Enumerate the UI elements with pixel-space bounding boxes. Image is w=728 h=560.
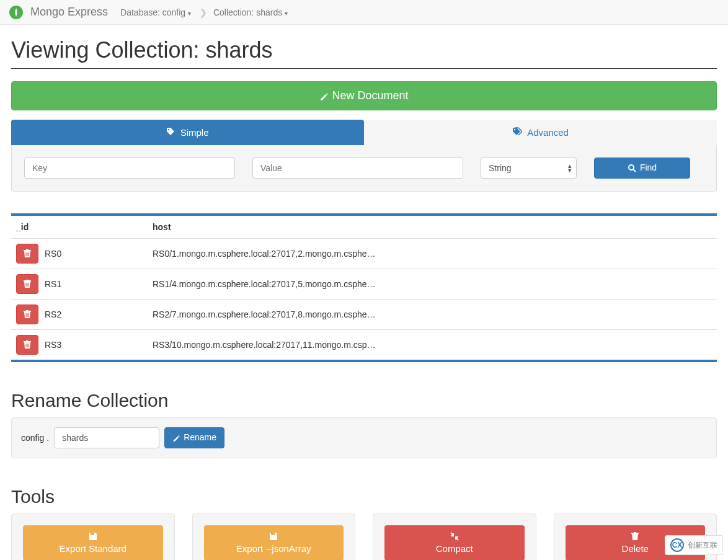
chevron-right-icon: ❯ bbox=[200, 7, 207, 17]
search-type-select[interactable] bbox=[481, 158, 577, 179]
cell-host: RS1/4.mongo.m.csphere.local:27017,5.mong… bbox=[148, 269, 717, 300]
export-standard-button[interactable]: Export Standard bbox=[23, 525, 163, 560]
search-icon bbox=[628, 164, 636, 172]
trash-icon bbox=[24, 249, 31, 258]
table-row[interactable]: RS1 RS1/4.mongo.m.csphere.local:27017,5.… bbox=[11, 269, 717, 300]
caret-down-icon: ▾ bbox=[285, 10, 288, 17]
new-document-label: New Document bbox=[332, 88, 408, 104]
records-table: _id host RS0 RS0/1.mongo.m.csphere.local… bbox=[11, 216, 717, 360]
tool-card: Export Standard bbox=[11, 513, 175, 560]
breadcrumb: Database: config▾ ❯ Collection: shards▾ bbox=[120, 7, 290, 17]
tools-title: Tools bbox=[11, 486, 717, 507]
delete-row-button[interactable] bbox=[16, 244, 38, 264]
find-button[interactable]: Find bbox=[594, 158, 690, 179]
rename-title: Rename Collection bbox=[11, 390, 717, 411]
brand-link[interactable]: Mongo Express bbox=[30, 6, 108, 19]
svg-point-0 bbox=[168, 129, 169, 130]
save-icon bbox=[269, 532, 278, 541]
cell-id: RS0 bbox=[45, 249, 61, 259]
cell-host: RS0/1.mongo.m.csphere.local:27017,2.mong… bbox=[148, 239, 717, 269]
tab-simple[interactable]: Simple bbox=[11, 120, 364, 145]
breadcrumb-collection[interactable]: Collection: shards bbox=[213, 7, 282, 17]
watermark-logo-icon: CX bbox=[670, 538, 684, 552]
save-icon bbox=[89, 532, 97, 541]
svg-point-2 bbox=[629, 165, 634, 170]
rename-input[interactable] bbox=[54, 427, 159, 448]
watermark-text: 创新互联 bbox=[688, 540, 717, 551]
cell-host: RS2/7.mongo.m.csphere.local:27017,8.mong… bbox=[148, 300, 717, 330]
search-value-input[interactable] bbox=[252, 158, 463, 179]
new-document-button[interactable]: New Document bbox=[11, 81, 717, 110]
delete-row-button[interactable] bbox=[16, 335, 38, 355]
cell-id: RS3 bbox=[45, 340, 61, 350]
export-standard-label: Export Standard bbox=[60, 543, 127, 554]
col-header-id[interactable]: _id bbox=[11, 216, 148, 239]
compact-label: Compact bbox=[436, 543, 473, 554]
rename-prefix: config . bbox=[21, 433, 49, 443]
find-label: Find bbox=[640, 162, 657, 174]
navbar: Mongo Express Database: config▾ ❯ Collec… bbox=[0, 0, 728, 25]
export-json-button[interactable]: Export --jsonArray bbox=[204, 525, 344, 560]
svg-line-3 bbox=[633, 169, 636, 172]
search-key-input[interactable] bbox=[24, 158, 235, 179]
search-panel: ▴▾ Find bbox=[11, 145, 717, 192]
page-title: Viewing Collection: shards bbox=[11, 37, 717, 63]
col-header-host[interactable]: host bbox=[148, 216, 717, 239]
rename-panel: config . Rename bbox=[11, 417, 717, 458]
tag-icon bbox=[166, 127, 177, 138]
logo-icon bbox=[9, 6, 23, 19]
rename-button-label: Rename bbox=[184, 432, 216, 444]
delete-label: Delete bbox=[622, 543, 649, 554]
compact-button[interactable]: Compact bbox=[384, 525, 525, 560]
tags-icon bbox=[512, 127, 525, 138]
table-row[interactable]: RS2 RS2/7.mongo.m.csphere.local:27017,8.… bbox=[11, 300, 717, 330]
export-json-label: Export --jsonArray bbox=[236, 543, 311, 554]
delete-row-button[interactable] bbox=[16, 304, 38, 324]
pencil-icon bbox=[172, 434, 180, 442]
tool-card: Export --jsonArray bbox=[192, 513, 356, 560]
compress-icon bbox=[450, 532, 459, 541]
svg-point-1 bbox=[514, 129, 515, 130]
cell-host: RS3/10.mongo.m.csphere.local:27017,11.mo… bbox=[148, 330, 717, 360]
pencil-icon bbox=[319, 92, 328, 100]
tools-row: Export Standard Export --jsonArray Compa… bbox=[11, 513, 717, 560]
breadcrumb-database[interactable]: Database: config bbox=[120, 7, 185, 17]
rename-button[interactable]: Rename bbox=[164, 427, 224, 448]
tool-card: Compact bbox=[373, 513, 536, 560]
tab-simple-label: Simple bbox=[180, 127, 209, 138]
trash-icon bbox=[24, 340, 31, 349]
cell-id: RS2 bbox=[45, 309, 61, 319]
search-tabs: Simple Advanced bbox=[11, 120, 717, 145]
trash-icon bbox=[24, 310, 31, 319]
trash-icon bbox=[631, 532, 639, 541]
divider bbox=[11, 68, 717, 69]
tab-advanced-label: Advanced bbox=[527, 127, 569, 138]
delete-row-button[interactable] bbox=[16, 274, 38, 294]
trash-icon bbox=[24, 280, 31, 288]
cell-id: RS1 bbox=[45, 279, 61, 289]
watermark: CX 创新互联 bbox=[665, 535, 723, 555]
table-row[interactable]: RS0 RS0/1.mongo.m.csphere.local:27017,2.… bbox=[11, 239, 717, 269]
table-row[interactable]: RS3 RS3/10.mongo.m.csphere.local:27017,1… bbox=[11, 330, 717, 360]
records-table-wrap: _id host RS0 RS0/1.mongo.m.csphere.local… bbox=[11, 213, 717, 362]
tab-advanced[interactable]: Advanced bbox=[364, 120, 717, 145]
caret-down-icon: ▾ bbox=[188, 10, 191, 17]
